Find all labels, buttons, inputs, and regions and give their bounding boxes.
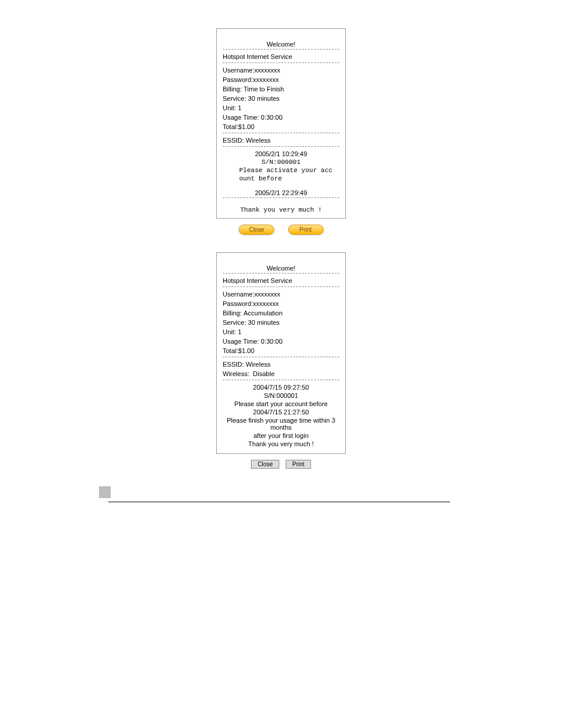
receipt-1-title: Welcome! [223,41,339,48]
password-value: xxxxxxxx [253,76,279,83]
row-total: Total: $1.00 [223,123,339,130]
service-line: Hotspot Internet Service [223,53,339,60]
close-button[interactable]: Close [251,460,279,469]
activate-line-2: ount before [223,175,339,182]
divider [223,197,339,198]
usage-value: 0:30:00 [261,114,283,121]
row-service: Service: 30 minutes [223,95,339,102]
receipt-2-buttons: Close Print [216,460,346,469]
row-unit: Unit: 1 [223,104,339,111]
timestamp-issued: 2005/2/1 10:29:49 [223,150,339,157]
timestamp-issued: 2004/7/15 09:27:50 [223,384,339,391]
divider [223,146,339,147]
row-password: Password: xxxxxxxx [223,300,339,307]
divider [223,380,339,380]
horizontal-rule [108,502,450,502]
username-label: Username: [223,67,254,74]
row-total: Total: $1.00 [223,347,339,354]
receipt-2-title: Welcome! [223,265,339,272]
username-value: xxxxxxxx [254,67,280,74]
total-value: $1.00 [238,347,254,354]
usage-label: Usage Time: [223,338,261,345]
service-value: 30 minutes [248,319,280,326]
row-billing: Billing: Accumulation [223,309,339,317]
total-label: Total: [223,347,238,354]
row-unit: Unit: 1 [223,328,339,335]
divider [223,286,339,287]
usage-label: Usage Time: [223,114,261,121]
username-value: xxxxxxxx [254,291,280,298]
billing-value: Time to Finish [243,85,284,93]
thanks-message: Thank you very much ! [223,206,339,213]
row-billing: Billing: Time to Finish [223,85,339,93]
timestamp-expire: 2004/7/15 21:27:50 [223,409,339,416]
unit-label: Unit: [223,104,238,111]
wireless-value: Disable [253,370,275,377]
receipt-2-box: Welcome! Hotspot Internet Service Userna… [216,252,346,454]
password-label: Password: [223,76,253,83]
row-wireless: Wireless: Disable [223,370,339,377]
receipt-2: Welcome! Hotspot Internet Service Userna… [216,252,346,469]
finish-line-1: Please finish your usage time within 3 m… [223,417,339,431]
gray-square-icon [99,486,111,498]
print-button[interactable]: Print [286,460,311,469]
start-before: Please start your account before [223,400,339,407]
total-label: Total: [223,123,238,130]
close-button[interactable]: Close [239,225,274,235]
row-essid: ESSID: Wireless [223,137,339,144]
finish-line-2: after your first login [223,432,339,439]
divider [223,357,339,357]
billing-value: Accumulation [243,309,282,317]
receipt-1-box: Welcome! Hotspot Internet Service Userna… [216,28,346,219]
divider [223,49,339,50]
divider [223,133,339,133]
print-button[interactable]: Print [288,225,323,235]
service-label: Service: [223,95,248,102]
row-essid: ESSID: Wireless [223,361,339,368]
unit-value: 1 [238,328,242,335]
activate-line-1: Please activate your acc [223,167,339,174]
username-label: Username: [223,291,254,298]
row-username: Username: xxxxxxxx [223,67,339,74]
receipt-1-footer: 2005/2/1 10:29:49 S/N:000001 Please acti… [223,150,339,196]
essid-value: Wireless [246,361,270,368]
receipt-1-buttons: Close Print [216,225,346,235]
password-label: Password: [223,300,253,307]
unit-value: 1 [238,104,242,111]
serial-number: S/N:000001 [223,392,339,399]
divider [223,273,339,274]
total-value: $1.00 [238,123,254,130]
thanks-message: Thank you very much ! [223,440,339,447]
row-usage: Usage Time: 0:30:00 [223,114,339,121]
row-service: Service: 30 minutes [223,319,339,326]
row-usage: Usage Time: 0:30:00 [223,338,339,345]
serial-number: S/N:000001 [223,159,339,166]
receipt-2-footer: 2004/7/15 09:27:50 S/N:000001 Please sta… [223,384,339,447]
wireless-label: Wireless: [223,370,253,377]
receipt-1: Welcome! Hotspot Internet Service Userna… [216,28,346,235]
row-username: Username: xxxxxxxx [223,291,339,298]
password-value: xxxxxxxx [253,300,279,307]
essid-value: Wireless [246,137,270,144]
essid-label: ESSID: [223,361,246,368]
service-value: 30 minutes [248,95,280,102]
divider [223,62,339,63]
essid-label: ESSID: [223,137,246,144]
row-password: Password: xxxxxxxx [223,76,339,83]
service-line: Hotspot Internet Service [223,277,339,284]
billing-label: Billing: [223,85,243,93]
service-label: Service: [223,319,248,326]
unit-label: Unit: [223,328,238,335]
billing-label: Billing: [223,309,243,317]
timestamp-expire: 2005/2/1 22:29:49 [223,189,339,196]
usage-value: 0:30:00 [261,338,283,345]
